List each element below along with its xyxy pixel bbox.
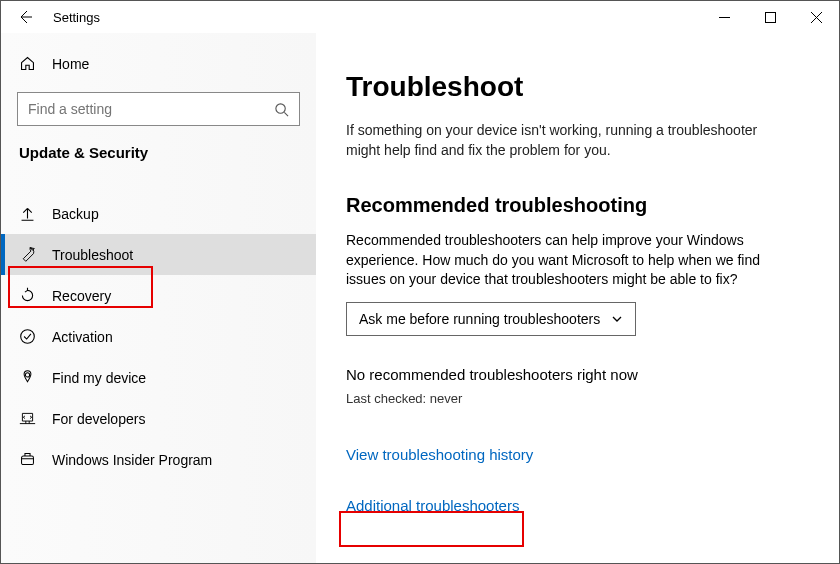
sidebar-item-label: Windows Insider Program	[52, 452, 212, 468]
sidebar-item-label: Find my device	[52, 370, 146, 386]
dropdown-value: Ask me before running troubleshooters	[359, 311, 600, 327]
sidebar-item-windows-insider[interactable]: Windows Insider Program	[1, 439, 316, 480]
home-icon	[19, 55, 36, 72]
sidebar-item-activation[interactable]: Activation	[1, 316, 316, 357]
sidebar-item-label: Troubleshoot	[52, 247, 133, 263]
activation-icon	[19, 328, 36, 345]
additional-troubleshooters-link[interactable]: Additional troubleshooters	[346, 497, 519, 514]
svg-point-3	[25, 373, 29, 377]
sidebar-item-label: Activation	[52, 329, 113, 345]
insider-icon	[19, 451, 36, 468]
section-title: Recommended troubleshooting	[346, 194, 809, 217]
back-button[interactable]	[11, 3, 39, 31]
view-history-link[interactable]: View troubleshooting history	[346, 446, 533, 463]
main-panel: Troubleshoot If something on your device…	[316, 33, 839, 563]
wrench-icon	[19, 246, 36, 263]
troubleshoot-preference-dropdown[interactable]: Ask me before running troubleshooters	[346, 302, 636, 336]
svg-point-1	[276, 103, 285, 112]
search-icon	[274, 102, 289, 117]
page-title: Troubleshoot	[346, 71, 809, 103]
sidebar-item-find-my-device[interactable]: Find my device	[1, 357, 316, 398]
svg-point-2	[21, 330, 35, 344]
sidebar-item-recovery[interactable]: Recovery	[1, 275, 316, 316]
category-header: Update & Security	[1, 144, 316, 175]
sidebar-item-label: For developers	[52, 411, 145, 427]
page-description: If something on your device isn't workin…	[346, 121, 776, 160]
developers-icon	[19, 410, 36, 427]
home-nav[interactable]: Home	[1, 45, 316, 82]
sidebar-item-for-developers[interactable]: For developers	[1, 398, 316, 439]
find-device-icon	[19, 369, 36, 386]
last-checked-text: Last checked: never	[346, 391, 809, 406]
minimize-button[interactable]	[701, 1, 747, 33]
section-description: Recommended troubleshooters can help imp…	[346, 231, 776, 290]
status-text: No recommended troubleshooters right now	[346, 366, 809, 383]
maximize-button[interactable]	[747, 1, 793, 33]
sidebar: Home Update & Security Backup Troublesho…	[1, 33, 316, 563]
svg-rect-0	[765, 12, 775, 22]
sidebar-item-label: Recovery	[52, 288, 111, 304]
close-button[interactable]	[793, 1, 839, 33]
window-title: Settings	[53, 10, 100, 25]
chevron-down-icon	[611, 313, 623, 325]
svg-rect-4	[22, 456, 34, 465]
backup-icon	[19, 205, 36, 222]
sidebar-item-backup[interactable]: Backup	[1, 193, 316, 234]
recovery-icon	[19, 287, 36, 304]
sidebar-item-troubleshoot[interactable]: Troubleshoot	[1, 234, 316, 275]
search-input[interactable]	[28, 101, 274, 117]
search-box[interactable]	[17, 92, 300, 126]
home-label: Home	[52, 56, 89, 72]
sidebar-item-label: Backup	[52, 206, 99, 222]
